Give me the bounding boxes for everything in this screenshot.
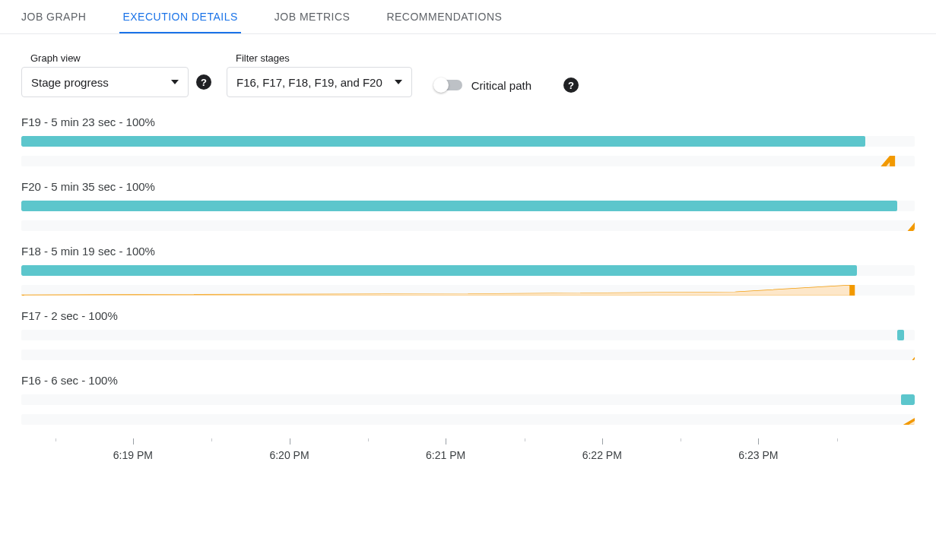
stage-title: F16 - 6 sec - 100% [21, 374, 915, 387]
progress-bar [21, 265, 857, 276]
graph-view-label: Graph view [30, 52, 211, 64]
axis-tick-label: 6:21 PM [426, 449, 465, 461]
filter-stages-label: Filter stages [236, 52, 412, 64]
stage-title: F20 - 5 min 35 sec - 100% [21, 180, 915, 193]
axis-minor-tick [525, 438, 525, 441]
critical-path-switch[interactable] [435, 80, 462, 90]
tab-job-metrics[interactable]: JOB METRICS [271, 0, 354, 33]
progress-lane[interactable] [21, 330, 915, 340]
help-icon[interactable]: ? [196, 74, 211, 90]
stage-row: F16 - 6 sec - 100% [21, 374, 915, 425]
axis-tick-label: 6:19 PM [113, 449, 153, 461]
progress-bar [21, 136, 865, 147]
time-axis: 6:19 PM6:20 PM6:21 PM6:22 PM6:23 PM [21, 438, 915, 476]
throughput-lane[interactable] [21, 414, 915, 425]
axis-major-tick [758, 438, 759, 445]
progress-lane[interactable] [21, 394, 915, 405]
progress-bar [901, 394, 915, 405]
chevron-down-icon [395, 80, 402, 84]
axis-minor-tick [211, 438, 212, 441]
axis-major-tick [133, 438, 134, 445]
tab-recommendations[interactable]: RECOMMENDATIONS [383, 0, 505, 33]
progress-bar [21, 201, 897, 211]
stage-row: F17 - 2 sec - 100% [21, 309, 915, 360]
axis-minor-tick [681, 438, 681, 441]
chevron-down-icon [171, 80, 179, 84]
tab-bar: JOB GRAPH EXECUTION DETAILS JOB METRICS … [0, 0, 936, 34]
axis-minor-tick [368, 438, 369, 441]
controls-row: Graph view Stage progress ? Filter stage… [0, 34, 936, 103]
axis-tick-label: 6:20 PM [269, 449, 309, 461]
filter-stages-value: F16, F17, F18, F19, and F20 [236, 76, 382, 89]
stage-row: F18 - 5 min 19 sec - 100% [21, 245, 915, 296]
stage-title: F18 - 5 min 19 sec - 100% [21, 245, 915, 258]
graph-view-value: Stage progress [31, 76, 109, 89]
axis-tick-label: 6:22 PM [582, 449, 622, 461]
stage-title: F17 - 2 sec - 100% [21, 309, 915, 322]
throughput-lane[interactable] [21, 285, 915, 296]
axis-major-tick [290, 438, 290, 445]
axis-minor-tick [837, 438, 838, 441]
stage-title: F19 - 5 min 23 sec - 100% [21, 115, 915, 128]
axis-tick-label: 6:23 PM [738, 449, 778, 461]
throughput-lane[interactable] [21, 220, 915, 231]
tab-job-graph[interactable]: JOB GRAPH [18, 0, 89, 33]
axis-major-tick [446, 438, 446, 445]
stage-row: F20 - 5 min 35 sec - 100% [21, 180, 915, 231]
graph-view-control: Graph view Stage progress ? [21, 52, 211, 97]
progress-lane[interactable] [21, 201, 915, 211]
progress-bar [897, 330, 904, 340]
filter-stages-select[interactable]: F16, F17, F18, F19, and F20 [227, 67, 412, 97]
help-icon[interactable]: ? [563, 78, 579, 93]
stage-progress-chart: F19 - 5 min 23 sec - 100%F20 - 5 min 35 … [0, 103, 936, 425]
throughput-lane[interactable] [21, 350, 915, 360]
progress-lane[interactable] [21, 265, 915, 276]
stage-row: F19 - 5 min 23 sec - 100% [21, 115, 915, 166]
filter-stages-control: Filter stages F16, F17, F18, F19, and F2… [227, 52, 412, 97]
critical-path-control: Critical path ? [435, 78, 579, 97]
axis-minor-tick [56, 438, 56, 441]
critical-path-label: Critical path [471, 79, 531, 92]
tab-execution-details[interactable]: EXECUTION DETAILS [119, 0, 240, 33]
graph-view-select[interactable]: Stage progress [21, 67, 189, 97]
throughput-lane[interactable] [21, 156, 915, 166]
progress-lane[interactable] [21, 136, 915, 147]
axis-major-tick [602, 438, 603, 445]
